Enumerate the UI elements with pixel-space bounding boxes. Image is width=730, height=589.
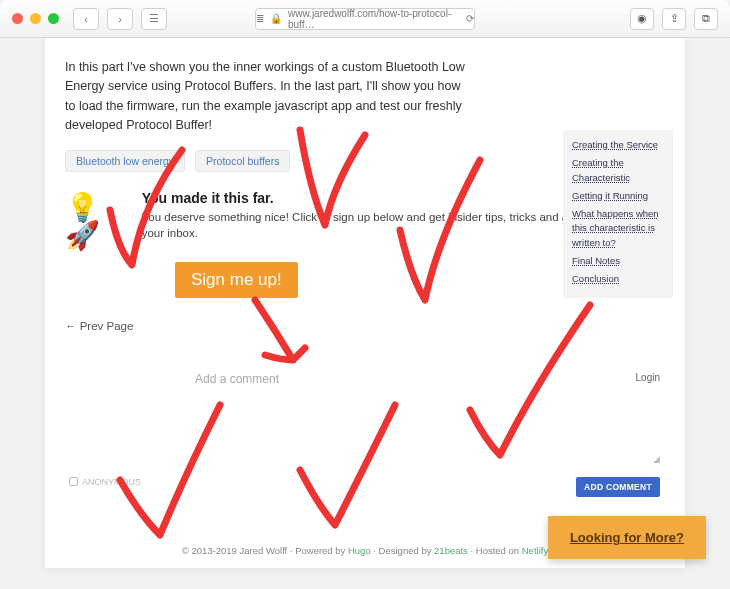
page-url: www.jaredwolff.com/how-to-protocol-buff… xyxy=(288,8,460,30)
login-link[interactable]: Login xyxy=(636,372,660,383)
lock-icon: 🔒 xyxy=(270,13,282,24)
window-controls xyxy=(12,13,59,24)
add-comment-button[interactable]: ADD COMMENT xyxy=(576,477,660,497)
anonymous-label: ANONYMOUS xyxy=(82,477,141,487)
footer-mid2: · Hosted on xyxy=(471,545,522,556)
forward-button[interactable]: › xyxy=(107,8,133,30)
toc-item-service[interactable]: Creating the Service xyxy=(572,138,664,152)
browser-toolbar: ‹ › ☰ ≣ 🔒 www.jaredwolff.com/how-to-prot… xyxy=(0,0,730,38)
share-button[interactable]: ⇪ xyxy=(662,8,686,30)
close-window-icon[interactable] xyxy=(12,13,23,24)
comments-section: Login Add a comment ◢ ANONYMOUS ADD COMM… xyxy=(65,372,665,387)
checkbox-icon xyxy=(69,477,78,486)
footer-link-21beats[interactable]: 21beats xyxy=(434,545,468,556)
page-content: In this part I've shown you the inner wo… xyxy=(45,38,685,568)
footer-mid1: · Designed by xyxy=(373,545,434,556)
article-paragraph: In this part I've shown you the inner wo… xyxy=(65,58,465,136)
resize-handle-icon[interactable]: ◢ xyxy=(653,454,660,464)
minimize-window-icon[interactable] xyxy=(30,13,41,24)
shield-button[interactable]: ◉ xyxy=(630,8,654,30)
reload-icon[interactable]: ⟳ xyxy=(466,13,474,24)
reader-icon: ≣ xyxy=(256,13,264,24)
toc-item-running[interactable]: Getting it Running xyxy=(572,189,664,203)
toc-item-characteristic[interactable]: Creating the Characteristic xyxy=(572,156,664,185)
toc-item-conclusion[interactable]: Conclusion xyxy=(572,272,664,286)
zoom-window-icon[interactable] xyxy=(48,13,59,24)
back-button[interactable]: ‹ xyxy=(73,8,99,30)
looking-for-more-banner[interactable]: Looking for More? xyxy=(548,516,706,559)
signup-button[interactable]: Sign me up! xyxy=(175,262,298,298)
toc-item-final[interactable]: Final Notes xyxy=(572,254,664,268)
tabs-button[interactable]: ⧉ xyxy=(694,8,718,30)
tag-ble[interactable]: Bluetooth low energy xyxy=(65,150,185,172)
tag-protocol-buffers[interactable]: Protocol buffers xyxy=(195,150,290,172)
toc-item-written[interactable]: What happens when this characteristic is… xyxy=(572,207,664,250)
footer-link-netlify[interactable]: Netlify xyxy=(522,545,548,556)
prev-page-link[interactable]: ← Prev Page xyxy=(65,320,665,332)
anonymous-checkbox[interactable]: ANONYMOUS xyxy=(69,477,141,487)
footer-link-hugo[interactable]: Hugo xyxy=(348,545,371,556)
table-of-contents: Creating the Service Creating the Charac… xyxy=(563,130,673,298)
lightbulb-icon: 💡🚀 xyxy=(65,194,130,250)
sidebar-button[interactable]: ☰ xyxy=(141,8,167,30)
footer-copyright: © 2013-2019 Jared Wolff · Powered by xyxy=(182,545,348,556)
comment-input[interactable]: Add a comment xyxy=(195,372,645,387)
address-bar[interactable]: ≣ 🔒 www.jaredwolff.com/how-to-protocol-b… xyxy=(255,8,475,30)
comment-placeholder: Add a comment xyxy=(195,372,279,386)
